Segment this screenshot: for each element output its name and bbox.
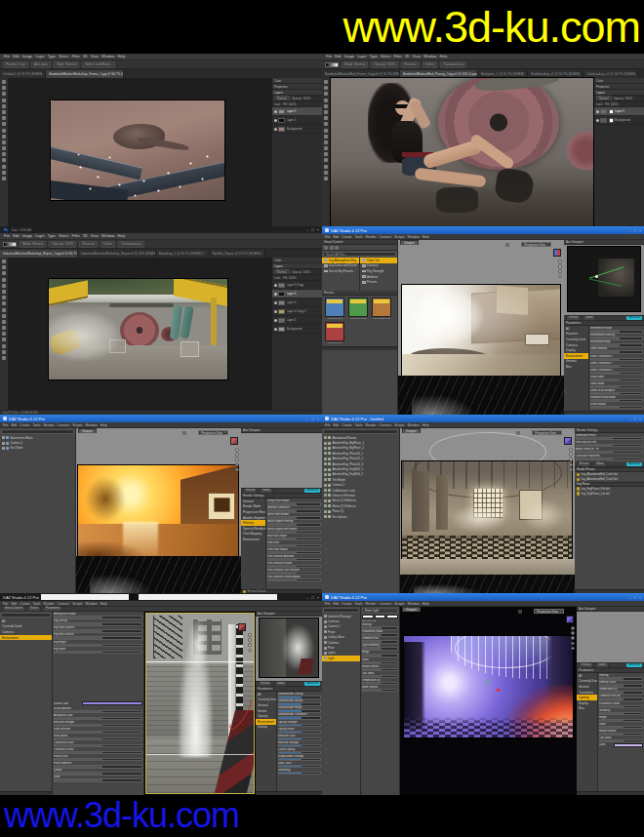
- menu-item[interactable]: File: [3, 423, 8, 427]
- menu-item[interactable]: Connect: [380, 602, 392, 606]
- setting-slider[interactable]: Post Denoiser Available: [267, 555, 321, 561]
- lock-icon[interactable]: [505, 243, 509, 247]
- parameter-slider[interactable]: Two Sided: [599, 737, 643, 742]
- gradient-preview[interactable]: [325, 62, 339, 67]
- filter-input[interactable]: [1, 613, 51, 618]
- option-control[interactable]: Mode: Normal: [20, 241, 46, 248]
- menu-item[interactable]: Tools: [33, 423, 41, 427]
- menu-item[interactable]: Layer: [35, 55, 45, 59]
- parameter-slider[interactable]: Wind Speed: [54, 735, 142, 740]
- setting-slider[interactable]: Noise Degrain Blur Radius: [267, 528, 321, 534]
- parameter-slider[interactable]: Particle Size: [54, 755, 142, 761]
- menu-item[interactable]: Layer: [357, 55, 367, 59]
- viewport-tab[interactable]: Viewport: [78, 428, 97, 433]
- document-tab[interactable]: PipeSet_Repair @ 16.7% (RGB/8#): [210, 250, 266, 258]
- menu-item[interactable]: Image: [22, 55, 33, 59]
- parameter-slider[interactable]: Render Emitter: [599, 730, 643, 736]
- window-controls[interactable]: –□×: [306, 595, 319, 600]
- option-control[interactable]: Transparency: [118, 241, 144, 248]
- document-tab[interactable]: Backdrop_2 @ 16.7% (RGB/8#) *: [156, 250, 210, 258]
- aux-viewport-header[interactable]: Aux Viewport: [241, 428, 322, 433]
- setting-slider[interactable]: Pixel Filter Radius: [267, 548, 321, 554]
- parameter-slider[interactable]: Emission Color: [278, 735, 321, 740]
- setting-slider[interactable]: Noise Filter Enable: [267, 513, 321, 519]
- option-control[interactable]: Dither: [101, 241, 115, 248]
- setting-slider[interactable]: Max Path Length: [267, 535, 321, 540]
- parameter-slider[interactable]: Fog Start Distance: [54, 626, 142, 632]
- parameter-slider[interactable]: Cutout Opacity: [278, 748, 321, 754]
- parameter-slider[interactable]: Height: [599, 716, 643, 722]
- document-tab[interactable]: Backplate_1 @ 16.7% (RGB/8): [478, 70, 528, 78]
- render-setting-row[interactable]: Constrain Proportions: [576, 455, 643, 460]
- parameter-slider[interactable]: Fog Falloff: [54, 648, 142, 654]
- camera-select[interactable]: Perspective View▾: [532, 430, 562, 435]
- menu-item[interactable]: Edit: [11, 423, 17, 427]
- canvas[interactable]: [331, 78, 593, 226]
- menu-item[interactable]: Render: [365, 602, 376, 606]
- light-parameter[interactable]: Intensity: [362, 623, 398, 629]
- render-setting-row[interactable]: Dimension Preset: [576, 434, 643, 440]
- menu-item[interactable]: Help: [101, 602, 107, 606]
- setting-slider[interactable]: Firefly Filter Enable: [267, 499, 321, 505]
- toolbar[interactable]: [322, 78, 331, 226]
- menu-item[interactable]: File: [325, 235, 330, 239]
- setting-slider[interactable]: Post Denoiser Denoise Alpha: [267, 576, 321, 581]
- menu-item[interactable]: Select: [59, 55, 69, 59]
- menu-item[interactable]: Create: [342, 602, 351, 606]
- menu-item[interactable]: Tools: [33, 602, 41, 606]
- setting-slider[interactable]: Nominal Luminance: [267, 506, 321, 512]
- menu-item[interactable]: Window: [101, 234, 115, 238]
- scene-search-input[interactable]: [323, 608, 359, 613]
- camera-select[interactable]: Perspective View▾: [521, 242, 551, 247]
- camera-controls[interactable]: [569, 448, 573, 471]
- menu-item[interactable]: Scripts: [72, 602, 82, 606]
- menu-item[interactable]: Image: [22, 234, 33, 238]
- menu-item[interactable]: 3D: [405, 55, 410, 59]
- menu-item[interactable]: Create: [342, 235, 351, 239]
- light-parameter[interactable]: Beam Spread: [362, 686, 398, 692]
- viewport[interactable]: [144, 612, 256, 795]
- menu-item[interactable]: Connect: [58, 423, 70, 427]
- camera-controls[interactable]: [571, 626, 575, 650]
- parameter-slider[interactable]: Environment Map: [590, 340, 643, 346]
- aux-viewport[interactable]: Aux Viewport: [256, 612, 322, 682]
- menu-item[interactable]: Type: [48, 234, 56, 238]
- menu-item[interactable]: File: [4, 234, 10, 238]
- parameter-slider[interactable]: Dome Orientation Y: [590, 362, 643, 368]
- parameter-slider[interactable]: Intensity Scale: [599, 681, 643, 687]
- menu-item[interactable]: Render: [365, 235, 376, 239]
- camera-controls[interactable]: [235, 448, 239, 471]
- parameter-slider[interactable]: Emission Strength: [54, 721, 142, 727]
- toolbar[interactable]: [0, 78, 9, 226]
- layer-row[interactable]: Background: [272, 125, 322, 134]
- layer-row[interactable]: Background: [594, 116, 644, 125]
- setting-slider[interactable]: Post Denoiser Start Iteration: [267, 569, 321, 575]
- document-tab[interactable]: BombshellBrokenWorkshop_Frame_1.jpg @ 66…: [46, 70, 124, 78]
- parameter-slider[interactable]: Fog End Distance: [54, 633, 142, 639]
- menu-item[interactable]: Edit: [335, 55, 342, 59]
- menu-item[interactable]: Tools: [355, 235, 363, 239]
- menu-item[interactable]: Edit: [11, 602, 17, 606]
- blend-mode-select[interactable]: Normal: [596, 96, 612, 101]
- document-tab[interactable]: BombshellBrokenBlvd_Posing_Copy.tif @ 50…: [400, 70, 478, 78]
- menu-item[interactable]: Scripts: [394, 423, 404, 427]
- option-control[interactable]: Reverse: [401, 61, 420, 68]
- menu-item[interactable]: Edit: [13, 55, 20, 59]
- aux-viewport[interactable]: Aux Viewport: [564, 240, 644, 316]
- canvas[interactable]: [9, 258, 271, 410]
- content-thumbnail[interactable]: !Iray Red Tint: [324, 322, 345, 344]
- parameter-slider[interactable]: Absorption Color: [54, 714, 142, 720]
- preset-file-row[interactable]: Iray_FogPlanes_Lite.duf: [575, 492, 644, 497]
- option-control[interactable]: Opacity: 100%: [49, 241, 76, 248]
- window-controls[interactable]: –□×: [306, 417, 319, 421]
- menu-item[interactable]: Window: [86, 423, 98, 427]
- parameter-slider[interactable]: SmokeBuilder Spread: [278, 699, 321, 705]
- layer-row[interactable]: Layer 1: [594, 107, 644, 116]
- view-cube-gizmo[interactable]: [230, 437, 238, 445]
- menu-item[interactable]: Scripts: [394, 602, 404, 606]
- parameter-slider[interactable]: Environment Intensity: [590, 334, 643, 339]
- menu-item[interactable]: Window: [101, 55, 115, 59]
- option-control[interactable]: Style: Normal: [54, 61, 79, 68]
- lock-icon[interactable]: [182, 431, 186, 435]
- menu-item[interactable]: Render: [43, 423, 54, 427]
